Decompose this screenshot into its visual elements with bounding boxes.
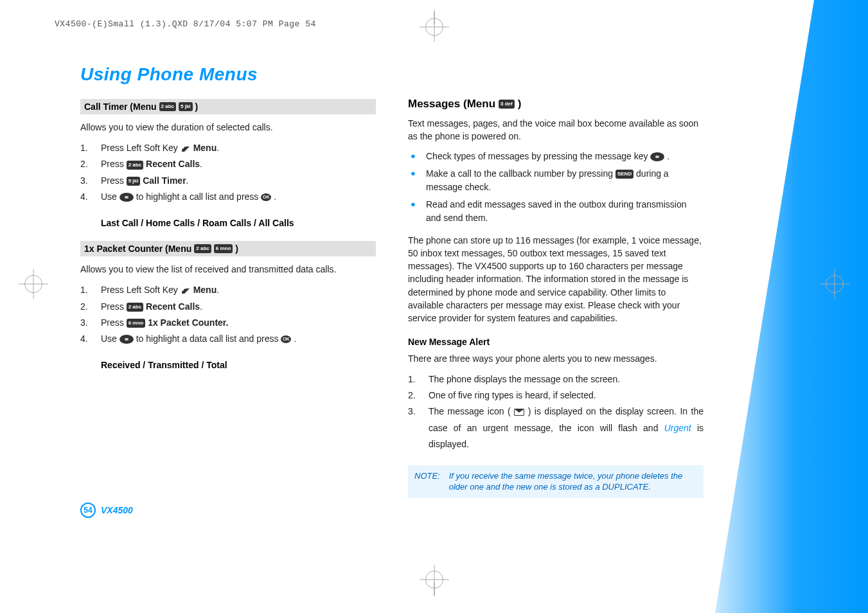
model-label: VX4500: [101, 505, 133, 515]
note-label: NOTE:: [414, 470, 440, 493]
body-paragraph: The phone can store up to 116 messages (…: [408, 234, 704, 325]
registration-mark: [425, 571, 443, 589]
left-soft-key-icon: [181, 145, 191, 153]
step-item: Press 2 abc Recent Calls.: [80, 299, 376, 315]
steps-list: Press Left Soft Key Menu. Press 2 abc Re…: [80, 282, 376, 347]
footer-right: VX4500 55: [656, 502, 709, 518]
heading-text: ): [518, 98, 522, 111]
step-item: The phone displays the message on the sc…: [408, 371, 704, 387]
registration-mark: [826, 275, 844, 293]
envelope-icon: [514, 409, 524, 416]
step-item: Use to highlight a data call list and pr…: [80, 331, 376, 347]
step-item: Use to highlight a call list and press O…: [80, 189, 376, 205]
nav-key-icon: [120, 193, 134, 202]
svg-point-0: [182, 147, 184, 148]
note-box: NOTE: If you receive the same message tw…: [408, 465, 704, 498]
svg-point-1: [182, 289, 184, 290]
left-column: Using Phone Menus Call Timer (Menu 2 abc…: [80, 64, 376, 498]
registration-mark: [425, 18, 443, 36]
nav-key-icon: [120, 335, 134, 344]
step-item: One of five ring types is heard, if sele…: [408, 387, 704, 404]
key-5jkl-icon: 5 jkl: [179, 102, 193, 111]
page-number-right: 55: [693, 502, 709, 518]
options-list: Received / Transmitted / Total: [101, 360, 376, 370]
key-2abc-icon: 2 abc: [127, 303, 143, 312]
step-item: Press 2 abc Recent Calls.: [80, 156, 376, 172]
section-intro: There are three ways your phone alerts y…: [408, 352, 704, 365]
bullet-item: Make a call to the callback number by pr…: [408, 167, 704, 194]
step-item: The message icon ( ) is displayed on the…: [408, 404, 704, 452]
section-intro: Text messages, pages, and the voice mail…: [408, 117, 704, 143]
section-heading-messages: Messages (Menu 3 def ): [408, 98, 704, 111]
bullet-list: Check types of messages by pressing the …: [408, 150, 704, 225]
heading-text: ): [235, 244, 238, 254]
page-title: Using Phone Menus: [80, 64, 376, 85]
key-2abc-icon: 2 abc: [159, 102, 176, 111]
page-number-left: 54: [80, 502, 96, 518]
section-heading-call-timer: Call Timer (Menu 2 abc 5 jkl ): [80, 99, 376, 114]
urgent-label: Urgent: [664, 423, 691, 433]
left-soft-key-icon: [181, 287, 191, 295]
send-key-icon: SEND: [616, 170, 633, 179]
key-2abc-icon: 2 abc: [127, 161, 143, 170]
key-5jkl-icon: 5 jkl: [127, 177, 141, 186]
footer-left: 54 VX4500: [80, 502, 133, 518]
section-intro: Allows you to view the list of received …: [80, 263, 376, 276]
key-6mno-icon: 6 mno: [127, 319, 146, 328]
heading-text: Call Timer (Menu: [84, 102, 157, 112]
model-label: VX4500: [656, 505, 688, 515]
step-item: Press Left Soft Key Menu.: [80, 140, 376, 156]
key-6mno-icon: 6 mno: [214, 244, 233, 253]
heading-text: Messages (Menu: [408, 98, 495, 111]
heading-text: ): [195, 102, 199, 112]
note-text: If you receive the same message twice, y…: [449, 470, 697, 493]
section-intro: Allows you to view the duration of selec…: [80, 121, 376, 134]
options-list: Last Call / Home Calls / Roam Calls / Al…: [101, 218, 376, 228]
key-2abc-icon: 2 abc: [194, 244, 211, 253]
heading-text: 1x Packet Counter (Menu: [84, 244, 191, 254]
registration-mark: [24, 275, 42, 293]
steps-list: Press Left Soft Key Menu. Press 2 abc Re…: [80, 140, 376, 205]
section-heading-packet-counter: 1x Packet Counter (Menu 2 abc 6 mno ): [80, 241, 376, 256]
file-header: VX4500-(E)Small (1.3).QXD 8/17/04 5:07 P…: [55, 19, 316, 29]
ok-key-icon: OK: [281, 335, 291, 343]
page-spread: Using Phone Menus Call Timer (Menu 2 abc…: [80, 64, 704, 498]
bullet-item: Read and edit messages saved in the outb…: [408, 198, 704, 225]
right-column: Messages (Menu 3 def ) Text messages, pa…: [408, 64, 704, 498]
decorative-blue-corner: [688, 0, 868, 613]
subheading-new-message-alert: New Message Alert: [408, 337, 704, 347]
alert-list: The phone displays the message on the sc…: [408, 371, 704, 452]
key-3def-icon: 3 def: [499, 100, 515, 109]
message-key-icon: [650, 152, 664, 161]
ok-key-icon: OK: [261, 193, 271, 201]
step-item: Press Left Soft Key Menu.: [80, 282, 376, 298]
step-item: Press 5 jkl Call Timer.: [80, 173, 376, 189]
bullet-item: Check types of messages by pressing the …: [408, 150, 704, 163]
step-item: Press 6 mno 1x Packet Counter.: [80, 315, 376, 331]
